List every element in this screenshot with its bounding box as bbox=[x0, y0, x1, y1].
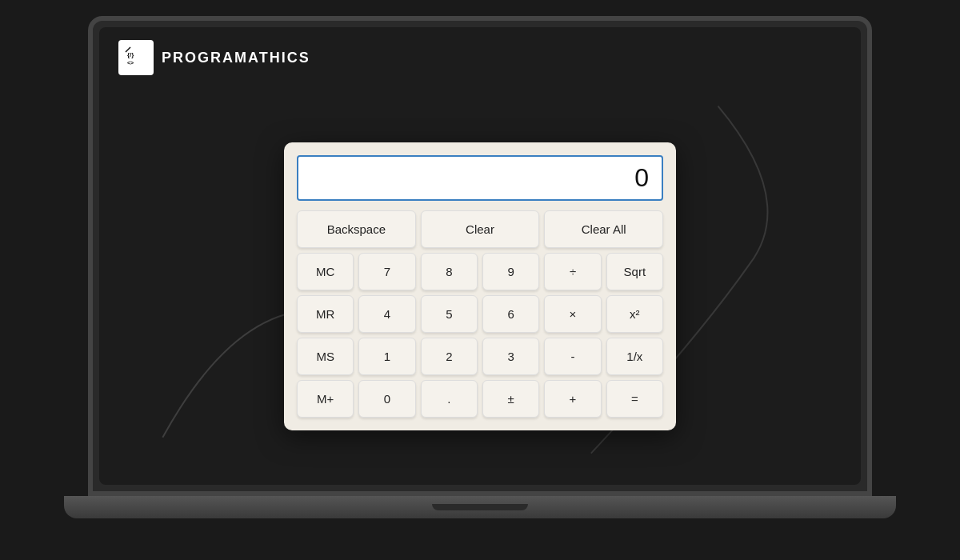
clear-all-button[interactable]: Clear All bbox=[544, 210, 663, 248]
logo-icon: {/} <> bbox=[118, 40, 154, 75]
row-4: M+ 0 . ± + = bbox=[297, 380, 663, 418]
mr-button[interactable]: MR bbox=[297, 295, 354, 333]
ms-button[interactable]: MS bbox=[297, 338, 354, 375]
add-button[interactable]: + bbox=[544, 380, 601, 418]
btn-1[interactable]: 1 bbox=[358, 338, 415, 375]
calculator: 0 Backspace Clear Clear All MC 7 bbox=[284, 142, 676, 430]
calculator-area: 0 Backspace Clear Clear All MC 7 bbox=[99, 88, 861, 485]
row-2: MR 4 5 6 × x² bbox=[297, 295, 663, 333]
equals-button[interactable]: = bbox=[606, 380, 663, 418]
multiply-button[interactable]: × bbox=[544, 295, 601, 333]
btn-7[interactable]: 7 bbox=[358, 253, 415, 290]
btn-2[interactable]: 2 bbox=[421, 338, 478, 375]
btn-8[interactable]: 8 bbox=[421, 253, 478, 290]
clear-button[interactable]: Clear bbox=[421, 210, 540, 248]
laptop-base bbox=[64, 496, 896, 518]
mc-button[interactable]: MC bbox=[297, 253, 354, 290]
mplus-button[interactable]: M+ bbox=[297, 380, 354, 418]
brand-name: PROGRAMATHICS bbox=[162, 50, 310, 66]
btn-6[interactable]: 6 bbox=[482, 295, 539, 333]
laptop-hinge bbox=[432, 504, 528, 510]
btn-3[interactable]: 3 bbox=[482, 338, 539, 375]
subtract-button[interactable]: - bbox=[544, 338, 601, 375]
row-1: MC 7 8 9 ÷ Sqrt bbox=[297, 253, 663, 290]
row-top: Backspace Clear Clear All bbox=[297, 210, 663, 248]
square-button[interactable]: x² bbox=[606, 295, 663, 333]
divide-button[interactable]: ÷ bbox=[544, 253, 601, 290]
sqrt-button[interactable]: Sqrt bbox=[606, 253, 663, 290]
button-grid: Backspace Clear Clear All MC 7 8 9 ÷ Sqr… bbox=[297, 210, 663, 418]
btn-5[interactable]: 5 bbox=[421, 295, 478, 333]
calculator-display[interactable]: 0 bbox=[297, 155, 663, 201]
row-3: MS 1 2 3 - 1/x bbox=[297, 338, 663, 375]
btn-9[interactable]: 9 bbox=[482, 253, 539, 290]
header: {/} <> PROGRAMATHICS bbox=[99, 27, 861, 88]
svg-text:{/}: {/} bbox=[127, 51, 134, 58]
btn-4[interactable]: 4 bbox=[358, 295, 415, 333]
btn-0[interactable]: 0 bbox=[358, 380, 415, 418]
svg-text:<>: <> bbox=[127, 60, 134, 66]
laptop-screen: {/} <> PROGRAMATHICS 0 Backspa bbox=[88, 16, 872, 496]
laptop-wrapper: {/} <> PROGRAMATHICS 0 Backspa bbox=[40, 16, 920, 544]
backspace-button[interactable]: Backspace bbox=[297, 210, 416, 248]
plusminus-button[interactable]: ± bbox=[482, 380, 539, 418]
decimal-button[interactable]: . bbox=[421, 380, 478, 418]
screen-inner: {/} <> PROGRAMATHICS 0 Backspa bbox=[99, 27, 861, 485]
reciprocal-button[interactable]: 1/x bbox=[606, 338, 663, 375]
